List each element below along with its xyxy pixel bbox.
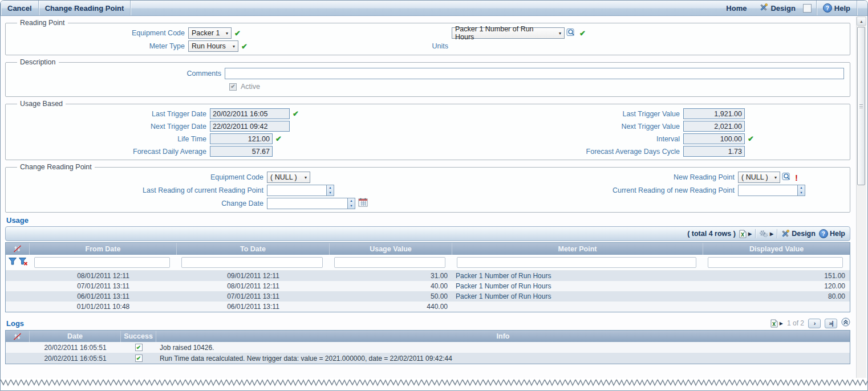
active-checkbox[interactable]: ✔ [229,83,237,91]
apply-filter-funnel-icon[interactable] [8,257,17,268]
design-button[interactable]: Design [753,1,801,15]
spinner-down-icon: ▼ [327,190,334,196]
design-mode-checkbox[interactable] [803,4,812,13]
last-trigger-date-field: 20/02/2011 16:05 [210,108,290,119]
meter-type-select[interactable]: Run Hours ▾ [188,40,238,52]
scrollbar-grip [859,104,863,109]
forecast-average-days-cycle-label: Forecast Average Days Cycle [453,148,680,156]
table-row[interactable]: 01/01/2011 10:48 06/01/2011 13:11 440.00 [6,302,850,312]
success-checkbox: ✔ [135,344,143,351]
valid-check-icon: ✔ [293,110,299,117]
table-row[interactable]: 08/01/2011 12:11 09/01/2011 12:11 31.00 … [6,271,850,281]
crp-equipment-code-select[interactable]: ( NULL ) ▾ [267,172,310,183]
last-reading-spinner[interactable]: ▲ ▼ [327,185,334,196]
description-fieldset: Description Comments ✔ Active [5,58,850,97]
last-trigger-value-field: 1,921.00 [683,108,745,119]
clear-sort-icon[interactable] [6,331,30,342]
equipment-code-select[interactable]: Packer 1 ▾ [188,27,232,39]
change-reading-point-grid: Equipment Code ( NULL ) ▾ New Reading Po… [10,172,845,209]
cell-usage-value: 31.00 [330,272,452,280]
scroll-up-button[interactable]: ▲ [857,17,866,26]
cell-meter-point: Packer 1 Number of Run Hours [452,282,703,290]
logs-col-success[interactable]: Success [121,331,156,342]
new-reading-point-select[interactable]: ( NULL ) ▾ [738,172,780,183]
logs-col-info[interactable]: Info [156,331,850,342]
grid-settings-button[interactable]: ▶ [759,230,773,238]
chevron-down-icon: ▾ [559,31,561,36]
calendar-icon[interactable] [358,198,368,209]
home-button[interactable]: Home [720,1,753,15]
meter-point-filter-input[interactable] [457,257,696,268]
last-reading-control: ▲ ▼ [267,185,484,196]
current-reading-input[interactable] [738,185,798,196]
vertical-scrollbar[interactable]: ▲ [856,17,866,390]
menu-arrow-icon: ▶ [748,231,752,237]
logs-table: Date Success Info 20/02/2011 16:05:51 ✔ … [5,330,850,364]
design-tools-icon [759,3,768,14]
scroll-up-icon: ▲ [859,19,863,23]
change-reading-point-button[interactable]: Change Reading Point [39,1,131,15]
valid-check-icon: ✔ [275,135,282,142]
clear-sort-icon[interactable] [6,243,30,255]
last-page-button[interactable]: »| [825,319,837,328]
usage-value-filter-input[interactable] [334,257,445,268]
from-date-filter-input[interactable] [34,257,170,268]
cancel-button[interactable]: Cancel [1,1,38,15]
next-trigger-value-control: 2,021.00 [683,121,845,132]
table-row[interactable]: 07/01/2011 13:11 08/01/2011 12:11 40.00 … [6,281,850,291]
help-button[interactable]: ? Help [817,1,857,15]
meter-point-select[interactable]: Packer 1 Number of Run Hours ▾ [452,27,565,39]
description-legend: Description [17,58,59,66]
current-reading-spinner[interactable]: ▲ ▼ [798,185,805,196]
export-excel-button[interactable]: X ▶ [739,230,752,238]
usage-col-displayed-value[interactable]: Displayed Value [703,243,850,255]
magnifier-lookup-icon[interactable] [566,28,577,39]
page-indicator: 1 of 2 [787,319,804,327]
usage-based-fieldset: Usage Based Last Trigger Date 20/02/2011… [5,100,850,160]
active-label: Active [241,83,260,91]
interval-control: 100.00 ✔ [683,133,845,144]
scrollbar-thumb[interactable] [857,27,865,185]
clear-filter-funnel-icon[interactable] [18,257,28,268]
forecast-average-days-cycle-control: 1.73 [683,146,845,157]
logs-export-excel-button[interactable]: X ▶ [770,319,783,328]
table-row[interactable]: 06/01/2011 13:11 07/01/2011 13:11 50.00 … [6,291,850,302]
usage-help-label: Help [830,230,845,238]
last-reading-input[interactable] [267,185,327,196]
table-row[interactable]: 20/02/2011 16:05:51 ✔ Run Time data reca… [6,353,850,364]
usage-col-meter-point[interactable]: Meter Point [452,243,703,255]
next-trigger-date-field: 22/02/2011 09:42 [210,121,290,132]
logs-pagination: X ▶ 1 of 2 › »| [770,317,850,329]
usage-help-button[interactable]: ? Help [819,229,845,238]
magnifier-lookup-icon[interactable] [782,172,792,183]
usage-design-button[interactable]: Design [781,229,816,238]
equipment-code-label: Equipment Code [10,29,185,37]
to-date-filter-input[interactable] [181,257,323,268]
logs-table-header: Date Success Info [6,331,850,342]
comments-input[interactable] [225,68,844,79]
usage-col-from-date[interactable]: From Date [30,243,177,255]
reading-point-fieldset: Reading Point Equipment Code Packer 1 ▾ … [5,19,850,55]
cancel-button-label: Cancel [7,4,32,13]
units-label: Units [404,42,448,50]
usage-based-legend: Usage Based [17,100,66,108]
cell-from-date: 08/01/2011 12:11 [30,272,177,280]
table-row[interactable]: 20/02/2011 16:05:51 ✔ Job raised 10426. [6,342,850,353]
next-page-button[interactable]: › [808,319,821,328]
design-tools-icon [781,229,790,238]
logs-section-title: Logs [6,319,24,328]
filter-cell [177,257,330,268]
logs-col-date[interactable]: Date [30,331,121,342]
usage-col-to-date[interactable]: To Date [177,243,330,255]
displayed-value-filter-input[interactable] [708,257,843,268]
collapse-section-icon[interactable] [841,317,850,329]
usage-col-usage-value[interactable]: Usage Value [330,243,452,255]
chevron-down-icon: ▾ [226,31,228,36]
svg-text:X: X [741,232,745,237]
change-date-spinner[interactable]: ▲ ▼ [348,198,355,209]
equipment-code-value: Packer 1 [192,29,220,37]
change-date-input[interactable] [267,198,348,209]
cell-displayed-value: 80.00 [703,292,850,300]
torn-edge-zigzag [1,378,868,387]
current-reading-control: ▲ ▼ [738,185,845,196]
